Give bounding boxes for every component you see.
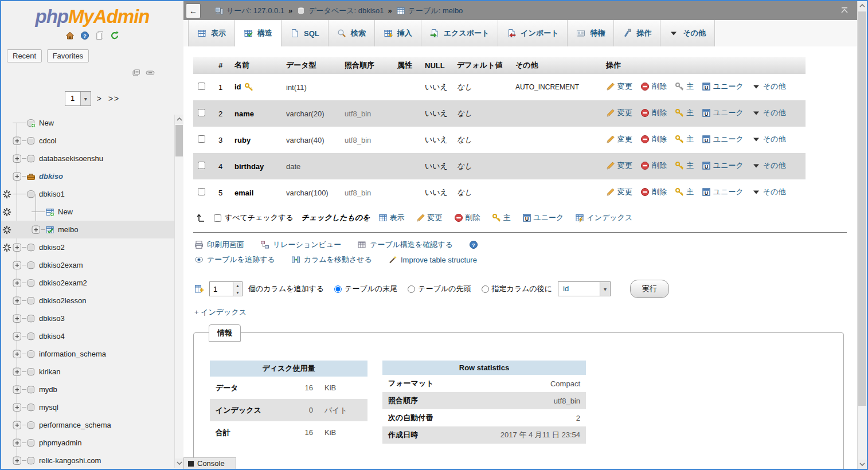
move-columns-link[interactable]: カラムを移動させる [291,254,372,265]
drop-link[interactable]: 削除 [640,108,667,118]
drop-link[interactable]: 削除 [454,213,480,223]
more-link[interactable]: その他 [752,187,786,197]
column-count-input[interactable]: ▲▼ [209,281,243,296]
go-button[interactable]: 実行 [630,280,669,298]
change-link[interactable]: 変更 [606,187,632,197]
drop-link[interactable]: 削除 [640,187,667,197]
main-scrollbar[interactable] [857,1,867,469]
tab-item[interactable]: 表示 [188,20,235,46]
recent-tab[interactable]: Recent [7,49,42,62]
tree-item-mysql[interactable]: mysql [1,398,183,416]
tree-item-dbkiso3[interactable]: dbkiso3 [1,310,183,327]
collapse-all-icon[interactable] [132,68,141,77]
expand-icon[interactable] [13,403,22,412]
expand-icon[interactable] [13,243,22,252]
tab-item[interactable]: 構造 [235,20,281,46]
primary-link[interactable]: 主 [492,213,511,223]
expand-icon[interactable] [13,172,22,181]
expand-icon[interactable] [13,438,22,448]
more-link[interactable]: その他 [752,81,786,92]
tree-item-dbkiso2[interactable]: dbkiso2 [1,238,183,256]
expand-icon[interactable] [13,367,22,377]
more-link[interactable]: その他 [752,134,786,144]
console-bar[interactable]: Console [183,457,236,469]
drop-link[interactable]: 削除 [640,134,667,144]
scroll-to-top-icon[interactable] [840,6,849,15]
position-radio-0[interactable]: テーブルの末尾 [334,284,397,294]
change-link[interactable]: 変更 [606,81,632,92]
scroll-down-icon[interactable] [858,460,867,469]
row-checkbox[interactable] [198,83,205,90]
print-view-link[interactable]: 印刷用画面 [194,240,244,250]
check-all-label[interactable]: すべてチェックする [214,213,294,223]
unique-link[interactable]: Uユニーク [702,187,744,197]
position-radio-1[interactable]: テーブルの先頭 [408,284,471,294]
tab-item[interactable]: 挿入 [375,20,421,46]
tree-item-databasekisoenshu[interactable]: databasekisoenshu [1,150,183,167]
primary-link[interactable]: 主 [675,134,694,144]
tree-item-information-schema[interactable]: information_schema [1,345,183,363]
phpmyadmin-logo[interactable]: phpMyAdmin [1,1,183,28]
tree-item-dbkiso2lesson[interactable]: dbkiso2lesson [1,292,183,310]
tab-item[interactable]: インポート [498,20,568,46]
after-column-select[interactable]: id ▾ [558,281,611,296]
drop-link[interactable]: 削除 [640,160,667,171]
more-link[interactable]: その他 [752,108,786,118]
tree-item-relic-kangoshi-com[interactable]: relic-kangoshi.com [1,452,183,469]
indexes-link[interactable]: + インデックス [194,307,247,318]
tree-item-performance-schema[interactable]: performance_schema [1,416,183,434]
help-link[interactable]: ? [469,240,478,249]
radio-input[interactable] [334,285,342,293]
primary-link[interactable]: 主 [675,108,694,118]
unlink-icon[interactable] [146,68,155,77]
tab-item[interactable]: エクスポート [421,20,499,46]
tab-item[interactable]: 操作 [614,20,660,46]
tree-item-kirikan[interactable]: kirikan [1,363,183,381]
tree-item-meibo[interactable]: meibo [1,221,183,238]
primary-link[interactable]: 主 [675,81,694,92]
home-icon[interactable] [65,31,75,40]
tree-page-select[interactable]: 1 ▾ [65,91,91,106]
unique-link[interactable]: Uユニーク [702,160,744,171]
tab-item[interactable]: その他 [660,20,715,46]
check-all-checkbox[interactable] [214,214,221,222]
scroll-up-icon[interactable] [858,1,867,10]
sidebar-scrollbar[interactable] [174,115,183,468]
improve-link[interactable]: Improve table structure [388,255,477,264]
browse-link[interactable]: 表示 [378,213,405,223]
expand-icon[interactable] [13,136,22,146]
position-radio-2[interactable]: 指定カラムの後に [482,284,553,294]
tab-item[interactable]: 特権 [568,20,614,46]
relation-view-link[interactable]: リレーションビュー [260,240,341,250]
favorites-tab[interactable]: Favorites [47,49,89,62]
row-checkbox[interactable] [198,135,205,143]
tree-page-next[interactable]: > [97,94,103,103]
tab-item[interactable]: 検索 [329,20,375,46]
unique-link[interactable]: Uユニーク [702,81,744,92]
expand-icon[interactable] [13,261,22,270]
tree-item-dbkiso4[interactable]: dbkiso4 [1,327,183,345]
expand-icon[interactable] [13,332,22,341]
expand-icon[interactable] [13,314,22,323]
radio-input[interactable] [408,285,415,293]
primary-link[interactable]: 主 [675,160,694,171]
track-table-link[interactable]: テーブルを追跡する [194,254,275,265]
primary-link[interactable]: 主 [675,187,694,197]
back-button[interactable]: ← [186,3,201,18]
row-checkbox[interactable] [198,109,205,116]
tree-item-cdcol[interactable]: cdcol [1,132,183,150]
tree-page-last[interactable]: >> [108,94,120,103]
expand-icon[interactable] [13,350,22,359]
expand-icon[interactable] [13,456,22,465]
change-link[interactable]: 変更 [606,134,632,144]
expand-icon[interactable] [13,385,22,394]
drop-link[interactable]: 削除 [640,81,667,92]
more-link[interactable]: その他 [752,160,786,171]
tab-sql[interactable]: SQL [281,20,329,46]
change-link[interactable]: 変更 [416,213,443,223]
tree-item-dbkiso1[interactable]: dbkiso1 [1,185,183,203]
row-checkbox[interactable] [198,188,205,195]
expand-icon[interactable] [13,421,22,430]
tree-item-phpmyadmin[interactable]: phpmyadmin [1,434,183,452]
tree-item-dbkiso[interactable]: dbkiso [1,167,183,185]
